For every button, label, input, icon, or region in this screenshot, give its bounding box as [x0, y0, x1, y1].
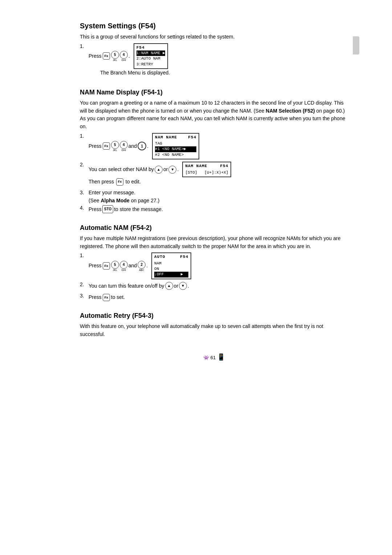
key-4-sub-nam: GHI — [122, 149, 126, 151]
lcd-nam-name-2: NAM NAME F54 [STO] [U+]:X)+X] — [182, 162, 231, 177]
key-fx-an3: Fx — [103, 294, 110, 301]
footer-icon: 📱 — [217, 353, 225, 361]
section-intro-retry: With this feature on, your telephone wil… — [80, 323, 348, 338]
key-4ghi-1: 4 GHI — [120, 51, 128, 61]
step-row-1: 1. Press Fx 5 JKL 4 GHI . — [80, 43, 348, 78]
period-nam2: . — [177, 165, 179, 174]
section-auto-retry: Automatic Retry (F54-3) With this featur… — [80, 312, 348, 338]
key-5-oval-an: 5 — [111, 261, 119, 269]
auto-nam-step-num-2: 2. — [80, 281, 86, 287]
key-5-sub-nam: JKL — [113, 149, 117, 151]
key-2abc-an1: 2 ABC — [138, 261, 146, 271]
nam-step-4: 4. Press STO to store the message. — [80, 205, 348, 214]
key-5-sub-an: JKL — [113, 269, 117, 271]
lcd-title-row-system: F54 — [136, 45, 165, 50]
and-label-an1: and — [128, 261, 137, 270]
press-label-nam1: Press — [89, 142, 102, 151]
nam-inline-step-4: Press STO to store the message. — [89, 205, 348, 214]
section-title-retry: Automatic Retry (F54-3) — [80, 312, 348, 320]
section-nam-name: NAM Name Display (F54-1) You can program… — [80, 89, 348, 214]
section-title-system: System Settings (F54) — [80, 22, 348, 30]
key-fx-an1: Fx — [103, 262, 110, 270]
lcd-nam2-title-right: F54 — [220, 163, 228, 169]
key-4-oval-nam: 4 — [120, 141, 128, 149]
key-fx-then: Fx — [116, 178, 123, 186]
key-2-oval-an: 2 — [138, 261, 146, 269]
key-5jkl-nam1: 5 JKL — [111, 141, 119, 151]
auto-nam-step-num-1: 1. — [80, 252, 86, 258]
period-nam1: . — [147, 142, 148, 151]
section-system-settings: System Settings (F54) This is a group of… — [80, 22, 348, 78]
auto-nam-inline-1: Press Fx 5 JKL 4 GHI and 2 ABC . — [89, 252, 348, 279]
nam-step2-text1: You can select other NAM by — [89, 165, 154, 174]
lcd-auto-title-right: F54 — [180, 254, 188, 260]
key-fx-nam1: Fx — [103, 142, 110, 150]
auto-nam-step-content-1: Press Fx 5 JKL 4 GHI and 2 ABC . — [89, 252, 348, 279]
then-press-text: Then press Fx to edit. — [89, 178, 348, 186]
key-5jkl-an1: 5 JKL — [111, 261, 119, 271]
lcd-nam2-row1: [STO] [U+]:X)+X] — [185, 170, 228, 175]
lcd-auto-row-off: ↓OFF ▶ — [154, 272, 188, 277]
alpha-mode-note: (See Alpha Mode on page 27.) — [89, 198, 348, 203]
lcd-auto-row-on: ON — [154, 266, 188, 272]
key-down-nam: ▼ — [168, 166, 176, 174]
step-group-system: 1. Press Fx 5 JKL 4 GHI . — [80, 43, 348, 78]
key-1-nam: 1 — [138, 142, 146, 150]
period-an2: . — [188, 281, 189, 291]
or-text-an2: or — [174, 281, 178, 291]
section-auto-nam: Automatic NAM (F54-2) If you have multip… — [80, 224, 348, 302]
step-content-1: Press Fx 5 JKL 4 GHI . — [89, 43, 348, 78]
section-title-auto-nam: Automatic NAM (F54-2) — [80, 224, 348, 232]
nam-step-content-3: Enter your message. — [89, 190, 348, 195]
nam-inline-step-1: Press Fx 5 JKL 4 GHI and 1 . NAM NAME — [89, 133, 348, 160]
alpha-mode-text: (See Alpha Mode on page 27.) — [89, 198, 159, 203]
lcd-nam2-title-left: NAM NAME — [185, 163, 207, 169]
auto-nam-step2-text: You can turn this feature on/off by — [89, 281, 164, 291]
nam-step3-text: Enter your message. — [89, 190, 135, 195]
lcd-nam-title-right: F54 — [188, 135, 196, 140]
auto-nam-step-2: 2. You can turn this feature on/off by ▲… — [80, 281, 348, 291]
nam-step-num-4: 4. — [80, 205, 86, 211]
press-label-1: Press — [89, 52, 102, 61]
lcd-nam-row-1: #1 <NO NAME>▶ — [155, 146, 196, 152]
lcd-auto-row-nam: NAM — [154, 261, 188, 266]
key-sto: STO — [102, 205, 113, 213]
page-number: 👾 61 — [203, 355, 216, 360]
and-label-nam1: and — [128, 142, 137, 151]
key-fx-1: Fx — [103, 52, 110, 60]
key-5-sub: JKL — [113, 59, 117, 61]
lcd-row-2-system: 2:AUTO NAM — [136, 56, 165, 61]
lcd-nam-title-left: NAM NAME — [155, 135, 177, 140]
key-down-an: ▼ — [179, 282, 187, 290]
auto-nam-inline-2: You can turn this feature on/off by ▲ or… — [89, 281, 348, 291]
or-text-nam2: or — [163, 165, 168, 174]
auto-nam-step-1: 1. Press Fx 5 JKL 4 GHI and 2 ABC . — [80, 252, 348, 279]
lcd-auto-nam: AUTO F54 NAM ON ↓OFF ▶ — [151, 252, 191, 279]
press-label-an1: Press — [89, 261, 102, 270]
inline-step-1: Press Fx 5 JKL 4 GHI . — [89, 43, 348, 69]
period-1: . — [128, 52, 130, 61]
tab-ear — [353, 36, 359, 54]
key-4ghi-an1: 4 GHI — [120, 261, 128, 271]
key-4-oval: 4 — [120, 51, 128, 59]
store-text: to store the message. — [114, 205, 163, 214]
nam-step-content-2: You can select other NAM by ▲ or ▼ . NAM… — [89, 162, 348, 187]
lcd-auto-title-left: AUTO — [154, 254, 165, 260]
nam-step-content-4: Press STO to store the message. — [89, 205, 348, 214]
key-up-nam: ▲ — [155, 166, 163, 174]
lcd-nam-name-1: NAM NAME F54 TAG #1 <NO NAME>▶ #2 <NO NA… — [152, 133, 199, 160]
auto-nam-step-3: 3. Press Fx to set. — [80, 293, 348, 302]
key-4-sub-an: GHI — [122, 269, 126, 271]
nam-step-num-2: 2. — [80, 162, 86, 167]
key-2-sub-an: ABC — [139, 269, 144, 271]
auto-nam-step-content-3: Press Fx to set. — [89, 293, 348, 302]
nam-inline-step-2: You can select other NAM by ▲ or ▼ . NAM… — [89, 162, 348, 177]
auto-nam-inline-3: Press Fx to set. — [89, 293, 348, 302]
section-title-nam: NAM Name Display (F54-1) — [80, 89, 348, 96]
nam-step-content-1: Press Fx 5 JKL 4 GHI and 1 . NAM NAME — [89, 133, 348, 160]
press-label-an3: Press — [89, 293, 102, 302]
lcd-nam-row-2: #2 <NO NAME> — [155, 152, 196, 158]
period-an1: . — [146, 261, 148, 270]
section-intro-auto-nam: If you have multiple NAM registrations (… — [80, 235, 348, 250]
key-5-oval-nam: 5 — [111, 141, 119, 149]
